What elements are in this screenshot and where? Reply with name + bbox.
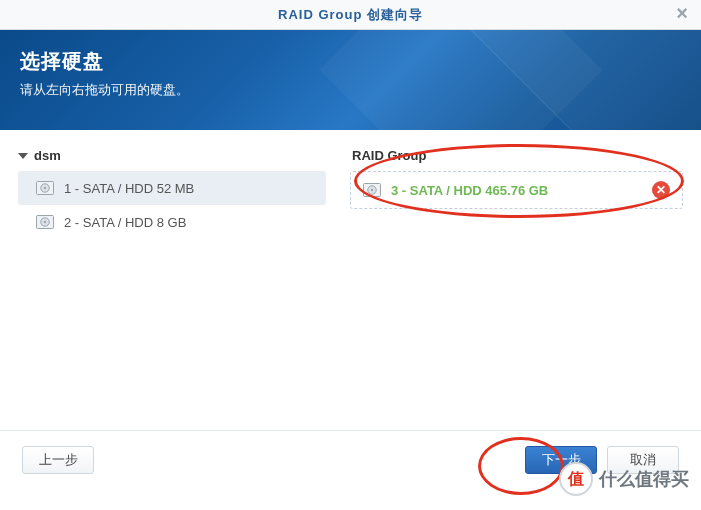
tree-label-text: dsm xyxy=(34,148,61,163)
hdd-icon xyxy=(363,183,381,197)
title-bar: RAID Group 创建向导 × xyxy=(0,0,701,30)
raid-panel-title: RAID Group xyxy=(352,148,683,163)
available-disk-row[interactable]: 1 - SATA / HDD 52 MB xyxy=(18,171,326,205)
hdd-icon xyxy=(36,181,54,195)
svg-point-5 xyxy=(44,221,46,223)
raid-group-panel: RAID Group 3 - SATA / HDD 465.76 GB ✕ xyxy=(340,130,701,430)
svg-point-2 xyxy=(44,187,46,189)
disk-label: 1 - SATA / HDD 52 MB xyxy=(64,181,194,196)
wizard-banner: 选择硬盘 请从左向右拖动可用的硬盘。 xyxy=(0,30,701,130)
wizard-body: dsm 1 - SATA / HDD 52 MB 2 - SATA / HDD … xyxy=(0,130,701,430)
watermark: 值 什么值得买 xyxy=(559,462,689,496)
hdd-icon xyxy=(36,215,54,229)
chevron-down-icon xyxy=(18,153,28,159)
raid-drop-area[interactable]: 3 - SATA / HDD 465.76 GB ✕ xyxy=(350,171,683,209)
banner-subtext: 请从左向右拖动可用的硬盘。 xyxy=(20,81,681,99)
available-disk-row[interactable]: 2 - SATA / HDD 8 GB xyxy=(18,205,326,239)
watermark-badge-icon: 值 xyxy=(559,462,593,496)
watermark-text: 什么值得买 xyxy=(599,467,689,491)
raid-disk-label: 3 - SATA / HDD 465.76 GB xyxy=(391,183,652,198)
window-title: RAID Group 创建向导 xyxy=(278,6,423,24)
tree-node-dsm[interactable]: dsm xyxy=(18,148,326,163)
raid-disk-row[interactable]: 3 - SATA / HDD 465.76 GB ✕ xyxy=(357,176,676,204)
close-icon[interactable]: × xyxy=(676,3,689,23)
remove-disk-button[interactable]: ✕ xyxy=(652,181,670,199)
svg-point-8 xyxy=(371,189,373,191)
available-disks-panel: dsm 1 - SATA / HDD 52 MB 2 - SATA / HDD … xyxy=(0,130,340,430)
prev-button[interactable]: 上一步 xyxy=(22,446,94,474)
disk-label: 2 - SATA / HDD 8 GB xyxy=(64,215,186,230)
banner-heading: 选择硬盘 xyxy=(20,48,681,75)
